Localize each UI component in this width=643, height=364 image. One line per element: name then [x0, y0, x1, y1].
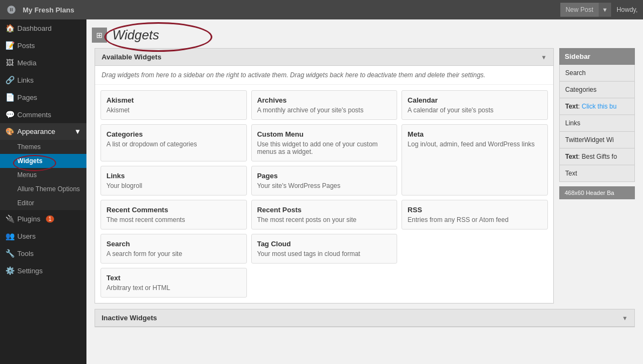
- widget-search-desc: A search form for your site: [106, 250, 241, 258]
- sidebar-widget-text2-info: Best Gifts fo: [581, 153, 617, 160]
- widget-rss[interactable]: RSS Entries from any RSS or Atom feed: [401, 200, 548, 230]
- sidebar-widget-text2[interactable]: Text: Best Gifts fo: [559, 149, 635, 165]
- media-icon: 🖼: [5, 58, 14, 67]
- available-widgets-description: Drag widgets from here to a sidebar on t…: [95, 66, 553, 85]
- widget-calendar-desc: A calendar of your site's posts: [407, 106, 542, 114]
- sidebar-item-dashboard[interactable]: 🏠 Dashboard: [0, 19, 86, 37]
- widget-rss-desc: Entries from any RSS or Atom feed: [407, 216, 542, 224]
- widget-rss-name: RSS: [407, 206, 542, 214]
- sidebar-widget-categories[interactable]: Categories: [559, 82, 635, 98]
- widget-akismet-desc: Akismet: [106, 106, 241, 114]
- sidebar-item-plugins[interactable]: 🔌 Plugins 1: [0, 210, 86, 227]
- sidebar-item-users[interactable]: 👥 Users: [0, 227, 86, 245]
- widget-tag-cloud[interactable]: Tag Cloud Your most used tags in cloud f…: [251, 234, 398, 264]
- sidebar-item-appearance[interactable]: 🎨 Appearance ▼: [0, 123, 86, 140]
- widgets-highlight: Widgets: [17, 157, 43, 165]
- appearance-arrow-icon: ▼: [74, 127, 81, 136]
- admin-menu: 🏠 Dashboard 📝 Posts 🖼 Media 🔗 Links 📄 Pa…: [0, 19, 86, 364]
- sidebar-item-comments[interactable]: 💬 Comments: [0, 106, 86, 123]
- widget-categories-desc: A list or dropdown of categories: [106, 140, 241, 148]
- sidebar-item-pages[interactable]: 📄 Pages: [0, 89, 86, 106]
- inactive-widgets-panel: Inactive Widgets ▼: [95, 309, 635, 327]
- widget-akismet[interactable]: Akismet Akismet: [101, 90, 247, 120]
- pages-icon: 📄: [5, 93, 14, 102]
- widget-akismet-name: Akismet: [106, 96, 241, 104]
- widget-search-name: Search: [106, 240, 241, 248]
- submenu-item-menus[interactable]: Menus: [0, 168, 86, 182]
- submenu-item-allure[interactable]: Allure Theme Options: [0, 182, 86, 196]
- appearance-icon: 🎨: [5, 127, 14, 136]
- widget-pages[interactable]: Pages Your site's WordPress Pages: [251, 166, 398, 196]
- widget-text[interactable]: Text Arbitrary text or HTML: [101, 268, 247, 298]
- sidebar-item-settings[interactable]: ⚙️ Settings: [0, 262, 86, 279]
- sidebar-widget-links[interactable]: Links: [559, 115, 635, 132]
- widget-categories[interactable]: Categories A list or dropdown of categor…: [101, 124, 247, 161]
- dashboard-label: Dashboard: [17, 24, 52, 32]
- plugins-label: Plugins: [17, 215, 41, 223]
- dashboard-icon: 🏠: [5, 24, 14, 32]
- links-label: Links: [17, 76, 34, 84]
- sidebar-item-media[interactable]: 🖼 Media: [0, 54, 86, 71]
- site-title[interactable]: My Fresh Plans: [23, 6, 74, 14]
- settings-label: Settings: [17, 267, 43, 275]
- sidebar-widget-text3[interactable]: Text: [559, 165, 635, 182]
- widget-meta[interactable]: Meta Log in/out, admin, feed and WordPre…: [401, 124, 548, 196]
- sidebar-widget-twitter-label: TwitterWidget Wi: [565, 136, 614, 144]
- widget-search[interactable]: Search A search form for your site: [101, 234, 247, 264]
- sidebar-item-posts[interactable]: 📝 Posts: [0, 37, 86, 54]
- widget-calendar[interactable]: Calendar A calendar of your site's posts: [401, 90, 548, 120]
- widget-custom-menu[interactable]: Custom Menu Use this widget to add one o…: [251, 124, 398, 161]
- media-label: Media: [17, 59, 36, 67]
- submenu-item-widgets[interactable]: Widgets: [0, 154, 86, 168]
- widget-custom-menu-name: Custom Menu: [257, 130, 392, 138]
- new-post-button[interactable]: New Post: [560, 3, 599, 17]
- widgets-nav-label: Widgets: [17, 157, 43, 165]
- sidebar-widget-text3-label: Text: [565, 170, 577, 177]
- widget-archives-desc: A monthly archive of your site's posts: [257, 106, 392, 114]
- adminbar-right: New Post ▼ Howdy,: [560, 3, 638, 17]
- new-post-arrow-button[interactable]: ▼: [599, 3, 611, 17]
- widget-links[interactable]: Links Your blogroll: [101, 166, 247, 196]
- widget-pages-name: Pages: [257, 172, 392, 180]
- comments-label: Comments: [17, 111, 51, 119]
- tools-icon: 🔧: [5, 249, 14, 258]
- submenu-item-editor[interactable]: Editor: [0, 196, 86, 210]
- available-widgets-panel: Available Widgets ▼ Drag widgets from he…: [95, 48, 554, 304]
- widget-links-name: Links: [106, 172, 241, 180]
- comments-icon: 💬: [5, 110, 14, 119]
- available-widgets-title: Available Widgets: [102, 53, 162, 61]
- page-header: ⊞ Widgets: [86, 19, 643, 48]
- widget-recent-posts[interactable]: Recent Posts The most recent posts on yo…: [251, 200, 398, 230]
- adminbar-left: My Fresh Plans: [5, 4, 74, 16]
- plugins-icon: 🔌: [5, 214, 14, 223]
- available-widgets-collapse[interactable]: ▼: [541, 54, 547, 60]
- submenu-item-themes[interactable]: Themes: [0, 140, 86, 154]
- sidebar-widget-links-label: Links: [565, 119, 580, 127]
- widgets-page-icon: ⊞: [92, 28, 107, 43]
- widget-categories-name: Categories: [106, 130, 241, 138]
- sidebar-item-links[interactable]: 🔗 Links: [0, 71, 86, 89]
- inactive-widgets-header: Inactive Widgets ▼: [95, 309, 634, 327]
- widgets-grid: Akismet Akismet Archives A monthly archi…: [95, 85, 553, 303]
- widget-recent-comments[interactable]: Recent Comments The most recent comments: [101, 200, 247, 230]
- main-content: ⊞ Widgets Available Widgets ▼ Drag widge…: [86, 19, 643, 364]
- inactive-widgets-collapse[interactable]: ▼: [622, 315, 628, 321]
- widget-recent-comments-desc: The most recent comments: [106, 216, 241, 224]
- widget-custom-menu-desc: Use this widget to add one of your custo…: [257, 140, 392, 156]
- posts-icon: 📝: [5, 41, 14, 50]
- wp-logo-icon[interactable]: [5, 4, 17, 16]
- sidebar-widget-twitter[interactable]: TwitterWidget Wi: [559, 132, 635, 149]
- users-label: Users: [17, 232, 36, 240]
- header-banner-button[interactable]: 468x60 Header Ba: [559, 186, 635, 199]
- widget-links-desc: Your blogroll: [106, 182, 241, 190]
- sidebar-area-title: Sidebar: [559, 48, 635, 65]
- sidebar-item-tools[interactable]: 🔧 Tools: [0, 245, 86, 262]
- widget-calendar-name: Calendar: [407, 96, 542, 104]
- page-title-wrap: Widgets: [112, 28, 159, 43]
- sidebar-widget-search[interactable]: Search: [559, 65, 635, 82]
- sidebar-widget-text2-label: Text: Best Gifts fo: [565, 153, 617, 160]
- widget-archives[interactable]: Archives A monthly archive of your site'…: [251, 90, 398, 120]
- widget-tag-cloud-name: Tag Cloud: [257, 240, 392, 248]
- widget-recent-comments-name: Recent Comments: [106, 206, 241, 214]
- sidebar-widget-text1[interactable]: Text: Click this bu: [559, 98, 635, 115]
